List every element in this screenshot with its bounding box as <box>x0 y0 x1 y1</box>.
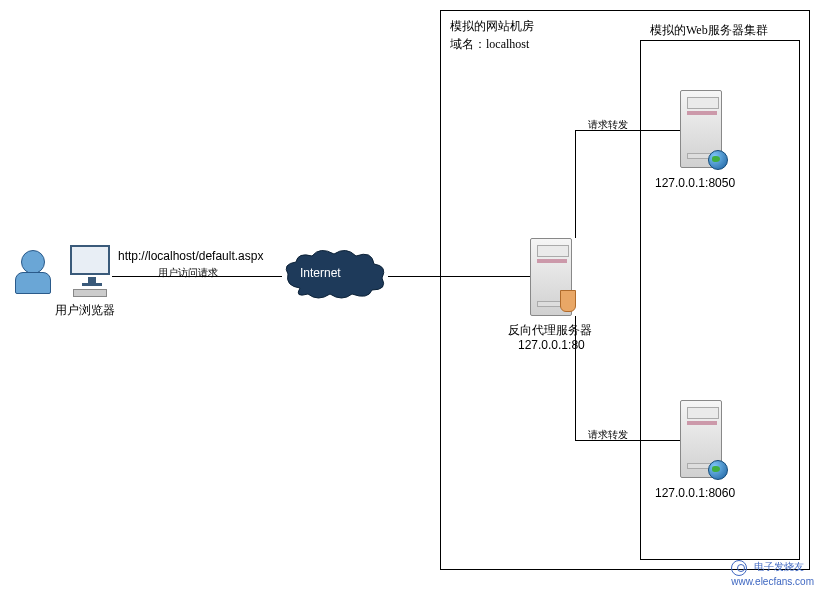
client-url: http://localhost/default.aspx <box>118 249 263 263</box>
proxy-label-1: 反向代理服务器 <box>508 322 592 339</box>
web-server-2-addr: 127.0.0.1:8060 <box>655 486 735 500</box>
user-icon <box>15 250 51 294</box>
web-server-1-addr: 127.0.0.1:8050 <box>655 176 735 190</box>
line-proxy-down-v <box>575 316 576 440</box>
internet-label: Internet <box>300 266 341 280</box>
watermark-text: 电子发烧友 <box>754 561 804 572</box>
room-title-2: 域名：localhost <box>450 36 529 53</box>
client-request-label: 用户访问请求 <box>158 266 218 280</box>
forward-label-2: 请求转发 <box>588 428 628 442</box>
room-title-1: 模拟的网站机房 <box>450 18 534 35</box>
web-server-1-icon <box>680 90 722 168</box>
internet-cloud-icon: Internet <box>280 248 390 302</box>
client-browser-label: 用户浏览器 <box>55 302 115 319</box>
line-internet-proxy <box>388 276 530 277</box>
cluster-title: 模拟的Web服务器集群 <box>650 22 768 39</box>
watermark: 电子发烧友 www.elecfans.com <box>731 560 814 587</box>
forward-label-1: 请求转发 <box>588 118 628 132</box>
proxy-server-icon <box>530 238 572 316</box>
web-server-2-icon <box>680 400 722 478</box>
line-proxy-up-v <box>575 130 576 238</box>
watermark-icon <box>731 560 747 576</box>
watermark-url: www.elecfans.com <box>731 576 814 587</box>
client-pc-icon <box>70 245 110 275</box>
